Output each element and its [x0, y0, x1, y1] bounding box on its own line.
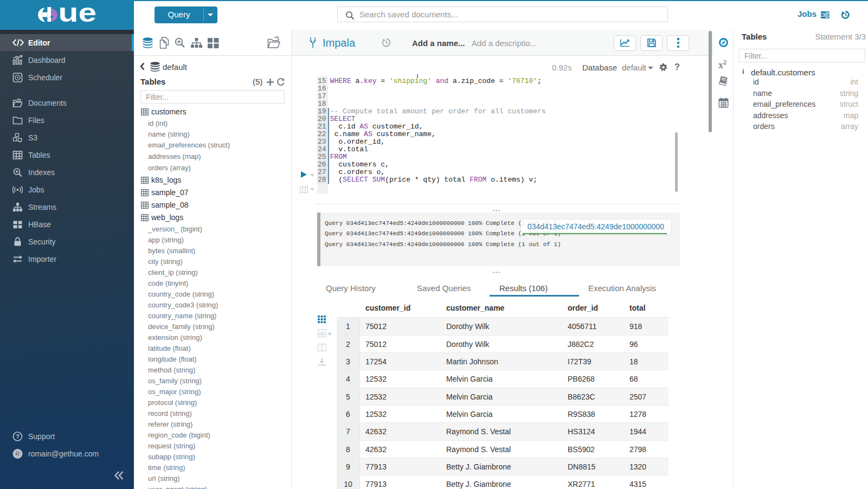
svg-text:?: ? [16, 433, 20, 440]
svg-text:ue: ue [59, 4, 97, 25]
svg-text:R: R [16, 451, 20, 457]
